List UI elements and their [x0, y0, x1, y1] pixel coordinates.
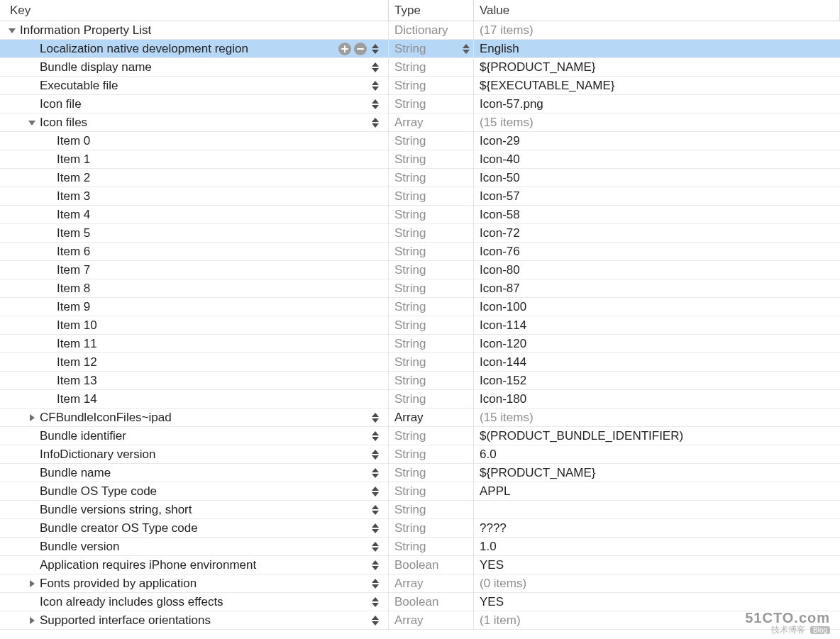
svg-marker-28 — [372, 529, 379, 533]
plist-row[interactable]: Item 4StringIcon-58 — [0, 206, 840, 224]
key-stepper-icon[interactable] — [371, 540, 380, 554]
plist-row[interactable]: Fonts provided by applicationArray(0 ite… — [0, 574, 840, 593]
key-stepper-icon[interactable] — [371, 595, 380, 609]
plist-row[interactable]: Executable fileString${EXECUTABLE_NAME} — [0, 77, 840, 95]
key-stepper-icon[interactable] — [371, 116, 380, 130]
plist-row[interactable]: Bundle identifierString$(PRODUCT_BUNDLE_… — [0, 427, 840, 445]
plist-row[interactable]: Icon fileStringIcon-57.png — [0, 95, 840, 113]
key-stepper-icon[interactable] — [371, 411, 380, 425]
plist-row[interactable]: Supported interface orientationsArray(1 … — [0, 611, 840, 630]
plist-row[interactable]: CFBundleIconFiles~ipadArray(15 items) — [0, 409, 840, 427]
plist-row[interactable]: InfoDictionary versionString6.0 — [0, 445, 840, 464]
key-stepper-icon[interactable] — [371, 503, 380, 517]
disclosure-down-icon[interactable] — [27, 118, 37, 128]
plist-row[interactable]: Bundle versionString1.0 — [0, 538, 840, 556]
plist-row[interactable]: Item 11StringIcon-120 — [0, 335, 840, 353]
plist-row[interactable]: Localization native development regionSt… — [0, 40, 840, 58]
header-type[interactable]: Type — [389, 0, 474, 21]
plist-row[interactable]: Item 9StringIcon-100 — [0, 298, 840, 316]
plist-row[interactable]: Bundle OS Type codeStringAPPL — [0, 482, 840, 501]
plist-row[interactable]: Bundle creator OS Type codeString???? — [0, 519, 840, 538]
plist-value[interactable]: Icon-180 — [480, 392, 526, 406]
plist-key: Item 14 — [57, 392, 97, 406]
plist-value[interactable]: 1.0 — [480, 540, 497, 554]
plist-root-row[interactable]: Information Property List Dictionary (17… — [0, 21, 840, 40]
plist-row[interactable]: Item 13StringIcon-152 — [0, 372, 840, 390]
key-stepper-icon[interactable] — [371, 577, 380, 591]
plist-value[interactable]: ${PRODUCT_NAME} — [480, 60, 595, 74]
plist-row[interactable]: Item 12StringIcon-144 — [0, 353, 840, 372]
disclosure-right-icon[interactable] — [27, 579, 37, 589]
plist-row[interactable]: Item 0StringIcon-29 — [0, 132, 840, 150]
disclosure-right-icon[interactable] — [27, 616, 37, 626]
plist-value[interactable]: Icon-76 — [480, 245, 520, 259]
plist-value[interactable]: Icon-50 — [480, 171, 520, 185]
plist-row[interactable]: Icon already includes gloss effectsBoole… — [0, 593, 840, 611]
plist-row[interactable]: Bundle nameString${PRODUCT_NAME} — [0, 464, 840, 482]
plist-row[interactable]: Item 8StringIcon-87 — [0, 279, 840, 298]
plist-row[interactable]: Application requires iPhone environmentB… — [0, 556, 840, 574]
plist-value[interactable]: ${PRODUCT_NAME} — [480, 466, 595, 480]
plist-row[interactable]: Item 10StringIcon-114 — [0, 316, 840, 335]
plist-value[interactable]: (0 items) — [480, 577, 526, 591]
key-stepper-icon[interactable] — [371, 613, 380, 628]
add-row-icon[interactable] — [338, 43, 351, 55]
header-value[interactable]: Value — [474, 0, 840, 21]
plist-value[interactable]: Icon-57 — [480, 189, 520, 204]
key-stepper-icon[interactable] — [371, 429, 380, 443]
key-stepper-icon[interactable] — [371, 558, 380, 572]
plist-value[interactable]: Icon-57.png — [480, 97, 543, 111]
key-stepper-icon[interactable] — [371, 97, 380, 111]
plist-value[interactable]: $(PRODUCT_BUNDLE_IDENTIFIER) — [480, 429, 683, 443]
disclosure-down-icon[interactable] — [7, 26, 17, 35]
plist-type: String — [394, 448, 426, 462]
plist-key: Bundle version — [40, 540, 119, 554]
svg-marker-2 — [372, 50, 379, 54]
header-key[interactable]: Key — [0, 0, 389, 21]
plist-value[interactable]: (15 items) — [480, 411, 534, 425]
key-stepper-icon[interactable] — [371, 466, 380, 480]
plist-value[interactable]: Icon-58 — [480, 208, 520, 222]
plist-row[interactable]: Item 14StringIcon-180 — [0, 390, 840, 409]
plist-row[interactable]: Item 2StringIcon-50 — [0, 169, 840, 187]
plist-value[interactable]: APPL — [480, 484, 510, 499]
svg-marker-39 — [372, 616, 379, 620]
type-stepper-icon[interactable] — [462, 42, 470, 56]
plist-value[interactable]: Icon-100 — [480, 300, 526, 314]
plist-value[interactable]: (15 items) — [480, 116, 534, 130]
plist-value[interactable]: Icon-120 — [480, 337, 526, 351]
plist-row[interactable]: Bundle versions string, shortString — [0, 501, 840, 519]
plist-value[interactable]: ${EXECUTABLE_NAME} — [480, 79, 615, 93]
plist-value[interactable]: Icon-40 — [480, 152, 520, 167]
plist-value[interactable]: (1 item) — [480, 613, 521, 628]
plist-value[interactable]: 6.0 — [480, 448, 497, 462]
plist-row[interactable]: Item 1StringIcon-40 — [0, 150, 840, 169]
key-stepper-icon[interactable] — [371, 60, 380, 74]
plist-row[interactable]: Item 6StringIcon-76 — [0, 243, 840, 261]
disclosure-right-icon[interactable] — [27, 413, 37, 423]
plist-value[interactable]: Icon-144 — [480, 355, 526, 369]
plist-row[interactable]: Icon filesArray(15 items) — [0, 113, 840, 132]
plist-row[interactable]: Item 5StringIcon-72 — [0, 224, 840, 243]
plist-value[interactable]: Icon-152 — [480, 374, 526, 388]
remove-row-icon[interactable] — [354, 43, 367, 55]
key-stepper-icon[interactable] — [371, 42, 380, 56]
key-stepper-icon[interactable] — [371, 448, 380, 462]
svg-marker-18 — [372, 437, 379, 441]
plist-value[interactable]: Icon-80 — [480, 263, 520, 277]
plist-row[interactable]: Item 3StringIcon-57 — [0, 187, 840, 206]
plist-row[interactable]: Bundle display nameString${PRODUCT_NAME} — [0, 58, 840, 77]
key-stepper-icon[interactable] — [371, 521, 380, 535]
plist-value[interactable]: Icon-29 — [480, 134, 520, 148]
plist-type: String — [394, 245, 426, 259]
plist-value[interactable]: Icon-72 — [480, 226, 520, 240]
key-stepper-icon[interactable] — [371, 79, 380, 93]
key-stepper-icon[interactable] — [371, 484, 380, 499]
plist-value[interactable]: English — [480, 42, 519, 56]
plist-value[interactable]: ???? — [480, 521, 507, 535]
plist-value[interactable]: Icon-114 — [480, 318, 526, 333]
plist-value[interactable]: YES — [480, 558, 504, 572]
plist-row[interactable]: Item 7StringIcon-80 — [0, 261, 840, 279]
plist-value[interactable]: Icon-87 — [480, 282, 520, 296]
plist-value[interactable]: YES — [480, 595, 504, 609]
